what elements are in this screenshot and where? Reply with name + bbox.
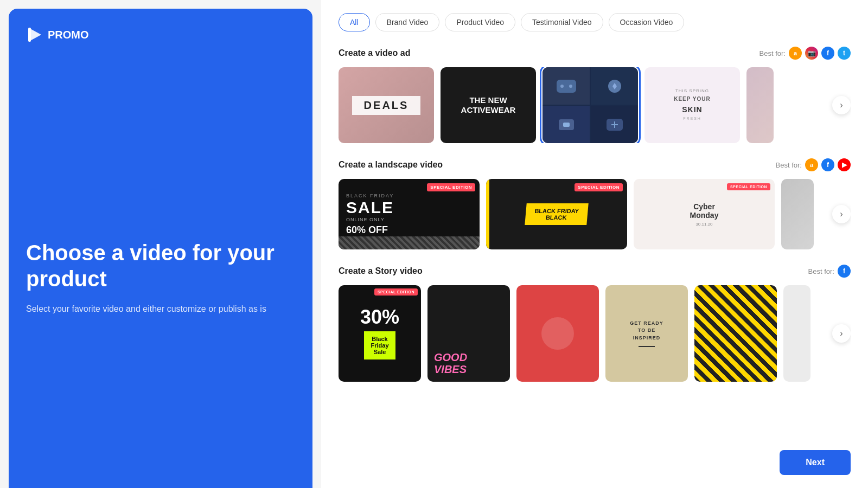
section-title-video-ad: Create a video ad	[339, 48, 411, 58]
cyber-label: CyberMonday	[690, 202, 719, 220]
bf-sale-badge: SPECIAL EDITION	[427, 183, 475, 191]
story-card-partial[interactable]	[783, 285, 810, 382]
section-title-landscape: Create a landscape video	[339, 160, 443, 170]
svg-rect-1	[28, 28, 31, 42]
skin-label: THIS SPRINGKEEP YOURSKINFRESH	[674, 88, 711, 123]
section-header-video-ad: Create a video ad Best for: a 📷 f t	[339, 47, 851, 60]
deals-label: DEALS	[352, 96, 421, 115]
st-bf-badge: SPECIAL EDITION	[374, 288, 418, 296]
gaming-cell-2	[591, 67, 638, 105]
logo-icon	[26, 26, 43, 43]
filter-tabs: All Brand Video Product Video Testimonia…	[339, 13, 851, 31]
st-bf-bg: 30% BlackFridaySale SPECIAL EDITION	[339, 285, 421, 382]
gaming-bg	[542, 67, 638, 143]
land-card-partial[interactable]	[781, 179, 814, 249]
bf-yellow-stripe	[486, 179, 489, 249]
bf-online: ONLINE ONLY	[346, 217, 472, 222]
best-for-story: Best for: f	[808, 265, 851, 278]
twitter-icon-ad: t	[838, 47, 851, 60]
ad-card-partial[interactable]	[746, 67, 774, 143]
st-bf-label: BlackFridaySale	[371, 336, 388, 355]
bf-yellow-badge: SPECIAL EDITION	[575, 183, 623, 191]
facebook-icon-land: f	[821, 158, 834, 171]
right-panel: All Brand Video Product Video Testimonia…	[321, 0, 868, 488]
story-card-bf[interactable]: 30% BlackFridaySale SPECIAL EDITION	[339, 285, 421, 382]
best-for-label-story: Best for:	[808, 267, 834, 275]
cyber-bg: CyberMonday 30.11.20 SPECIAL EDITION	[634, 179, 775, 249]
left-subtitle: Select your favorite video and either cu…	[26, 303, 295, 316]
st-bf-percent: 30%	[360, 307, 399, 327]
story-grid-wrapper: 30% BlackFridaySale SPECIAL EDITION GOOD…	[339, 285, 851, 382]
ad-carousel-next[interactable]: ›	[832, 96, 851, 114]
tab-testimonial-video[interactable]: Testimonial Video	[521, 13, 603, 31]
section-landscape: Create a landscape video Best for: a f ▶…	[339, 158, 851, 249]
left-panel: PROMO Choose a video for your product Se…	[9, 9, 312, 488]
gaming-cell-1	[542, 67, 590, 105]
youtube-icon-land: ▶	[838, 158, 851, 171]
ad-card-skin[interactable]: THIS SPRINGKEEP YOURSKINFRESH	[644, 67, 740, 143]
st-gold-label: GET READYTO BEINSPIRED	[630, 320, 663, 342]
st-bf-box: BlackFridaySale	[364, 331, 395, 359]
best-for-label-ad: Best for:	[760, 49, 786, 57]
tab-occasion-video[interactable]: Occasion Video	[609, 13, 685, 31]
bf-pattern	[339, 236, 480, 249]
ad-card-gaming[interactable]	[542, 67, 638, 143]
story-card-inspired[interactable]: GET READYTO BEINSPIRED	[605, 285, 688, 382]
story-card-good[interactable]: GOODVIBES	[427, 285, 510, 382]
cyber-badge: SPECIAL EDITION	[727, 183, 770, 190]
video-ad-grid: DEALS THE NEWACTIVEWEAR	[339, 67, 851, 143]
best-for-video-ad: Best for: a 📷 f t	[760, 47, 851, 60]
tab-brand-video[interactable]: Brand Video	[375, 13, 440, 31]
next-button[interactable]: Next	[780, 450, 851, 475]
facebook-icon-ad: f	[821, 47, 834, 60]
amazon-icon-ad: a	[789, 47, 802, 60]
amazon-icon-land: a	[805, 158, 818, 171]
story-card-red[interactable]	[516, 285, 599, 382]
story-grid: 30% BlackFridaySale SPECIAL EDITION GOOD…	[339, 285, 851, 382]
story-card-bw[interactable]	[694, 285, 777, 382]
skin-bg: THIS SPRINGKEEP YOURSKINFRESH	[644, 67, 740, 143]
bf-yellow-label: BLACK FRIDAYBLACK	[534, 208, 579, 221]
landscape-carousel-next[interactable]: ›	[832, 205, 851, 223]
st-gold-line	[639, 346, 655, 347]
land-card-bf-yellow[interactable]: BLACK FRIDAYBLACK SPECIAL EDITION	[486, 179, 627, 249]
section-header-landscape: Create a landscape video Best for: a f ▶	[339, 158, 851, 171]
st-gold-bg: GET READYTO BEINSPIRED	[605, 285, 688, 382]
bf-discount: 60% OFF	[346, 224, 472, 236]
facebook-icon-story: f	[838, 265, 851, 278]
deals-bg: DEALS	[339, 67, 434, 143]
bf-sale-bg: BLACK FRIDAY SALE ONLINE ONLY 60% OFF SP…	[339, 179, 480, 249]
left-title: Choose a video for your product	[26, 240, 295, 292]
section-video-ad: Create a video ad Best for: a 📷 f t DEAL…	[339, 47, 851, 143]
ad-card-deals[interactable]: DEALS	[339, 67, 434, 143]
bf-sub: BLACK FRIDAY	[346, 193, 472, 198]
best-for-landscape: Best for: a f ▶	[776, 158, 851, 171]
landscape-grid-wrapper: BLACK FRIDAY SALE ONLINE ONLY 60% OFF SP…	[339, 179, 851, 249]
ad-grid-wrapper: DEALS THE NEWACTIVEWEAR	[339, 67, 851, 143]
bf-yellow-inner: BLACK FRIDAYBLACK	[525, 203, 589, 225]
bottom-bar: Next	[780, 450, 851, 475]
section-header-story: Create a Story video Best for: f	[339, 265, 851, 278]
svg-marker-0	[29, 28, 41, 41]
instagram-icon-ad: 📷	[805, 47, 818, 60]
activewear-label: THE NEWACTIVEWEAR	[461, 95, 516, 115]
section-title-story: Create a Story video	[339, 266, 423, 276]
gaming-cell-3	[542, 106, 590, 143]
story-carousel-next[interactable]: ›	[832, 324, 851, 343]
cyber-content: CyberMonday 30.11.20	[690, 202, 719, 227]
logo: PROMO	[26, 26, 295, 43]
st-good-bg: GOODVIBES	[427, 285, 510, 382]
logo-text: PROMO	[48, 29, 89, 41]
land-card-cyber[interactable]: CyberMonday 30.11.20 SPECIAL EDITION	[634, 179, 775, 249]
land-card-bf-sale[interactable]: BLACK FRIDAY SALE ONLINE ONLY 60% OFF SP…	[339, 179, 480, 249]
tab-product-video[interactable]: Product Video	[445, 13, 515, 31]
svg-point-4	[569, 85, 572, 88]
tab-all[interactable]: All	[339, 13, 370, 31]
svg-rect-2	[557, 80, 576, 93]
activewear-bg: THE NEWACTIVEWEAR	[441, 67, 536, 143]
st-bw-bg	[694, 285, 777, 382]
bf-yellow-bg: BLACK FRIDAYBLACK SPECIAL EDITION	[486, 179, 627, 249]
bf-sale-label: SALE	[346, 200, 472, 216]
ad-card-activewear[interactable]: THE NEWACTIVEWEAR	[441, 67, 536, 143]
svg-rect-7	[563, 123, 570, 127]
